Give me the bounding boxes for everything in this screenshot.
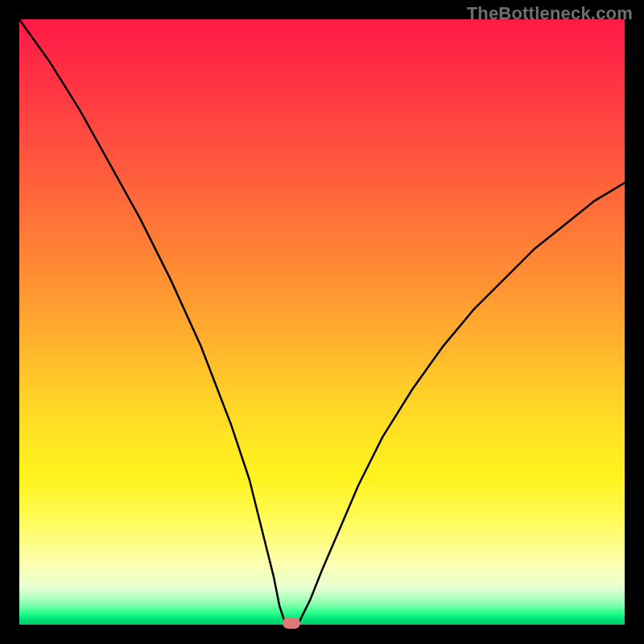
chart-frame: TheBottleneck.com <box>0 0 644 644</box>
optimum-marker <box>283 617 300 629</box>
bottleneck-curve <box>19 19 625 625</box>
watermark-label: TheBottleneck.com <box>467 3 633 24</box>
